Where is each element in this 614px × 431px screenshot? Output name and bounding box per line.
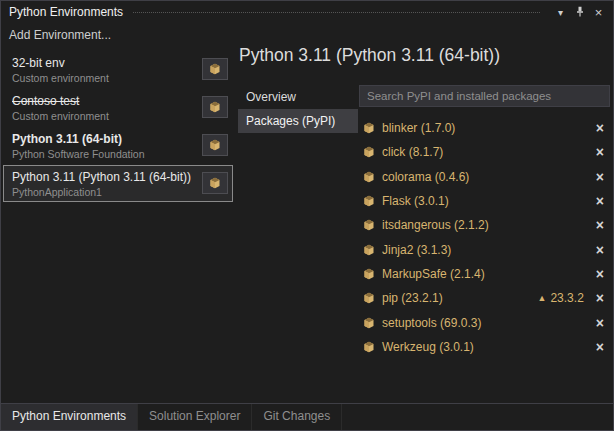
bottom-tab-strip: Python Environments Solution Explorer Gi… (1, 403, 613, 430)
package-icon (363, 292, 375, 304)
pin-icon (574, 6, 586, 18)
package-row[interactable]: colorama (0.4.6) ▲ × (359, 165, 610, 189)
package-search-input[interactable] (360, 86, 609, 106)
bottom-tab-label: Solution Explorer (149, 409, 240, 423)
package-row[interactable]: pip (23.2.1) ▲ 23.3.2 × (359, 286, 610, 310)
remove-package-button[interactable]: × (596, 340, 604, 354)
environment-name: Python 3.11 (Python 3.11 (64-bit)) (12, 170, 198, 184)
package-row[interactable]: Werkzeug (3.0.1) ▲ × (359, 335, 610, 359)
remove-package-button[interactable]: × (596, 218, 604, 232)
package-name: pip (23.2.1) (382, 291, 443, 305)
package-icon (363, 341, 375, 353)
chevron-down-icon: ▾ (558, 7, 563, 18)
package-name: setuptools (69.0.3) (382, 316, 481, 330)
remove-package-button[interactable]: × (596, 170, 604, 184)
detail-tab[interactable]: Overview (238, 85, 358, 109)
environment-list-item[interactable]: 32-bit env Custom environment (3, 51, 233, 88)
environment-packages-button[interactable] (202, 172, 228, 194)
titlebar-grip[interactable] (133, 12, 540, 13)
selected-environment-title: Python 3.11 (Python 3.11 (64-bit)) (239, 45, 609, 66)
package-row[interactable]: Flask (3.0.1) ▲ × (359, 189, 610, 213)
environment-description: Custom environment (12, 72, 198, 84)
remove-package-button[interactable]: × (596, 316, 604, 330)
close-icon: × (595, 5, 603, 20)
package-icon (363, 268, 375, 280)
package-name: blinker (1.7.0) (382, 121, 455, 135)
package-icon (209, 101, 221, 113)
pin-button[interactable] (571, 4, 588, 21)
environment-name: 32-bit env (12, 56, 198, 70)
remove-package-button[interactable]: × (596, 291, 604, 305)
close-button[interactable]: × (590, 4, 607, 21)
package-row[interactable]: itsdangerous (2.1.2) ▲ × (359, 213, 610, 237)
package-row[interactable]: MarkupSafe (2.1.4) ▲ × (359, 262, 610, 286)
package-row[interactable]: setuptools (69.0.3) ▲ × (359, 310, 610, 334)
detail-tab-label: Overview (246, 90, 296, 104)
environment-name: Contoso test (12, 94, 198, 108)
environment-description: Python Software Foundation (12, 148, 198, 160)
package-row[interactable]: Jinja2 (3.1.3) ▲ × (359, 237, 610, 261)
detail-tab-label: Packages (PyPI) (246, 114, 335, 128)
environment-list-item[interactable]: Contoso test Custom environment (3, 89, 233, 126)
environment-packages-button[interactable] (202, 58, 228, 80)
package-row[interactable]: click (8.1.7) ▲ × (359, 140, 610, 164)
environment-list-item[interactable]: Python 3.11 (64-bit) Python Software Fou… (3, 127, 233, 164)
package-name: click (8.1.7) (382, 145, 443, 159)
environment-list: 32-bit env Custom environment Contoso te… (3, 51, 233, 203)
package-update-button[interactable]: ▲ 23.3.2 (538, 291, 584, 305)
environment-description: Custom environment (12, 110, 198, 122)
environment-description: PythonApplication1 (12, 186, 198, 198)
package-icon (209, 63, 221, 75)
environment-name: Python 3.11 (64-bit) (12, 132, 198, 146)
remove-package-button[interactable]: × (596, 121, 604, 135)
package-icon (363, 317, 375, 329)
remove-package-button[interactable]: × (596, 243, 604, 257)
package-list: blinker (1.7.0) ▲ × click (8.1.7) (359, 116, 610, 359)
bottom-tab[interactable]: Python Environments (1, 404, 138, 430)
environment-packages-button[interactable] (202, 134, 228, 156)
package-name: Jinja2 (3.1.3) (382, 243, 451, 257)
bottom-tab-label: Python Environments (12, 409, 126, 423)
titlebar: Python Environments ▾ × (1, 1, 613, 23)
remove-package-button[interactable]: × (596, 267, 604, 281)
package-name: itsdangerous (2.1.2) (382, 218, 489, 232)
update-arrow-icon: ▲ (538, 294, 547, 303)
window-title: Python Environments (9, 5, 123, 19)
package-icon (363, 219, 375, 231)
package-icon (363, 195, 375, 207)
python-environments-window: Python Environments ▾ × Add Environment.… (0, 0, 614, 431)
package-icon (209, 177, 221, 189)
package-icon (363, 146, 375, 158)
package-name: Flask (3.0.1) (382, 194, 449, 208)
detail-tab-list: Overview Packages (PyPI) (238, 85, 358, 133)
package-search-box (359, 85, 610, 107)
add-environment-button[interactable]: Add Environment... (9, 28, 111, 42)
package-row[interactable]: blinker (1.7.0) ▲ × (359, 116, 610, 140)
environment-list-item[interactable]: Python 3.11 (Python 3.11 (64-bit)) Pytho… (3, 165, 233, 202)
package-icon (209, 139, 221, 151)
remove-package-button[interactable]: × (596, 145, 604, 159)
bottom-tab[interactable]: Git Changes (252, 404, 342, 430)
bottom-tab-label: Git Changes (263, 409, 330, 423)
detail-tab[interactable]: Packages (PyPI) (238, 109, 358, 133)
package-icon (363, 244, 375, 256)
package-icon (363, 122, 375, 134)
package-icon (363, 171, 375, 183)
environment-packages-button[interactable] (202, 96, 228, 118)
package-name: colorama (0.4.6) (382, 170, 469, 184)
package-name: MarkupSafe (2.1.4) (382, 267, 485, 281)
window-position-button[interactable]: ▾ (552, 4, 569, 21)
remove-package-button[interactable]: × (596, 194, 604, 208)
bottom-tab[interactable]: Solution Explorer (138, 404, 252, 430)
package-name: Werkzeug (3.0.1) (382, 340, 474, 354)
update-version: 23.3.2 (550, 291, 583, 305)
